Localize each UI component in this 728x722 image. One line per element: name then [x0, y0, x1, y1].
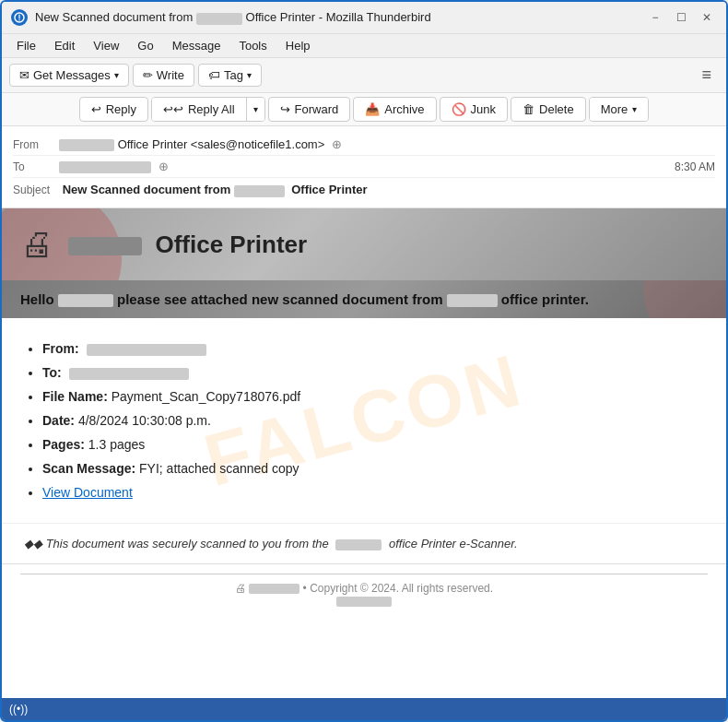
list-item-view-link: View Document [42, 480, 704, 504]
reply-all-icon: ↩↩ [163, 102, 183, 116]
email-footer-note: ◆◆ This document was securely scanned to… [2, 523, 726, 563]
list-item-date: Date: 4/8/2024 10:30:08 p.m. [42, 408, 704, 432]
banner-company-blurred [68, 237, 142, 255]
to-field: To ⊕ 8:30 AM [13, 156, 715, 178]
to-blurred [59, 161, 151, 173]
subject-label: Subject [13, 183, 59, 196]
inbox-icon: ✉ [19, 68, 29, 82]
more-group: More ▾ [589, 97, 650, 122]
email-footer: 🖨 • Copyright © 2024. All rights reserve… [2, 563, 726, 621]
greeting-blurred [58, 294, 113, 307]
main-toolbar: ✉ Get Messages ▾ ✏ Write 🏷 Tag ▾ ≡ [2, 58, 726, 93]
forward-button[interactable]: ↪ Forward [268, 97, 351, 122]
archive-icon: 📥 [365, 102, 380, 116]
subject-field: Subject New Scanned document from Office… [13, 178, 715, 200]
reply-all-button[interactable]: ↩↩ Reply All [152, 98, 247, 121]
to-security-icon: ⊕ [159, 160, 169, 173]
list-item-to: To: [42, 361, 704, 385]
more-button[interactable]: More ▾ [590, 98, 649, 121]
hamburger-menu-button[interactable]: ≡ [694, 62, 719, 89]
list-item-pages: Pages: 1.3 pages [42, 432, 704, 456]
menu-edit[interactable]: Edit [47, 37, 82, 54]
footer-address-blurred [336, 597, 392, 607]
view-document-link[interactable]: View Document [42, 485, 133, 500]
menu-bar: File Edit View Go Message Tools Help [2, 34, 726, 58]
list-item-from: From: [42, 337, 704, 361]
forward-icon: ↪ [280, 102, 290, 116]
junk-icon: 🚫 [452, 102, 466, 116]
minimize-button[interactable]: − [645, 7, 665, 28]
diamond-icons: ◆◆ [24, 537, 42, 550]
window-controls: − ☐ ✕ [645, 7, 717, 28]
close-button[interactable]: ✕ [697, 7, 717, 28]
action-toolbar: ↩ Reply ↩↩ Reply All ▾ ↪ Forward 📥 Archi… [2, 93, 726, 126]
write-button[interactable]: ✏ Write [133, 64, 194, 87]
email-body: 🖨 Office Printer Hello please see attach… [2, 208, 726, 698]
to-detail-blurred [69, 368, 189, 380]
email-body-content: FALCON From: To: File Name: Payment_Scan… [2, 318, 726, 523]
title-bar: New Scanned document from Office Printer… [2, 2, 726, 34]
to-label: To [13, 160, 59, 173]
status-bar: ((•)) [2, 698, 726, 720]
list-item-filename: File Name: Payment_Scan_Copy718076.pdf [42, 385, 704, 408]
app-icon [11, 9, 28, 26]
from-label: From [13, 138, 59, 151]
footer-printer-icon: 🖨 [235, 582, 246, 595]
from-name-blurred [59, 139, 114, 151]
details-list: From: To: File Name: Payment_Scan_Copy71… [24, 337, 704, 504]
list-item-scan-message: Scan Message: FYI; attached scanned copy [42, 456, 704, 480]
delete-icon: 🗑 [523, 102, 534, 116]
subject-blurred [234, 185, 285, 197]
menu-tools[interactable]: Tools [231, 37, 274, 54]
reply-all-dropdown-button[interactable]: ▾ [247, 98, 264, 121]
banner-title: Office Printer [68, 231, 307, 259]
title-blurred [196, 13, 242, 25]
security-icon: ⊕ [332, 137, 342, 151]
email-header: From Office Printer <sales@noticefile1.c… [2, 126, 726, 208]
to-value: ⊕ [59, 160, 675, 173]
get-messages-button[interactable]: ✉ Get Messages ▾ [9, 64, 129, 87]
from-email: Office Printer <sales@noticefile1.com> [118, 137, 325, 151]
menu-file[interactable]: File [9, 37, 43, 54]
menu-help[interactable]: Help [278, 37, 318, 54]
from-field: From Office Printer <sales@noticefile1.c… [13, 134, 715, 156]
from-value: Office Printer <sales@noticefile1.com> ⊕ [59, 137, 715, 151]
greeting-text: Hello please see attached new scanned do… [20, 291, 589, 307]
subject-value: New Scanned document from Office Printer [59, 183, 715, 196]
archive-button[interactable]: 📥 Archive [353, 97, 436, 122]
tag-dropdown-icon[interactable]: ▾ [247, 70, 252, 80]
tag-icon: 🏷 [208, 68, 220, 82]
main-window: New Scanned document from Office Printer… [0, 0, 728, 722]
wifi-status-icon: ((•)) [9, 703, 28, 716]
reply-button[interactable]: ↩ Reply [79, 97, 148, 122]
pencil-icon: ✏ [143, 68, 153, 82]
reply-all-dropdown-icon: ▾ [253, 104, 258, 114]
reply-all-group: ↩↩ Reply All ▾ [151, 97, 265, 122]
window-title: New Scanned document from Office Printer… [35, 10, 638, 24]
more-dropdown-icon: ▾ [632, 104, 637, 114]
email-banner: 🖨 Office Printer [2, 208, 726, 280]
from-detail-blurred [87, 344, 206, 356]
greeting-company-blurred [447, 294, 498, 307]
footer-company-blurred [335, 539, 382, 550]
footer-company-blurred2 [249, 584, 299, 594]
maximize-button[interactable]: ☐ [671, 7, 691, 28]
tag-button[interactable]: 🏷 Tag ▾ [198, 64, 262, 87]
menu-view[interactable]: View [86, 37, 126, 54]
get-messages-dropdown-icon[interactable]: ▾ [114, 70, 119, 80]
reply-icon: ↩ [91, 102, 101, 116]
menu-go[interactable]: Go [130, 37, 160, 54]
delete-button[interactable]: 🗑 Delete [511, 97, 586, 122]
email-time: 8:30 AM [675, 160, 715, 173]
email-sub-banner: Hello please see attached new scanned do… [2, 280, 726, 318]
junk-button[interactable]: 🚫 Junk [440, 97, 508, 122]
printer-icon: 🖨 [20, 225, 53, 264]
menu-message[interactable]: Message [165, 37, 229, 54]
